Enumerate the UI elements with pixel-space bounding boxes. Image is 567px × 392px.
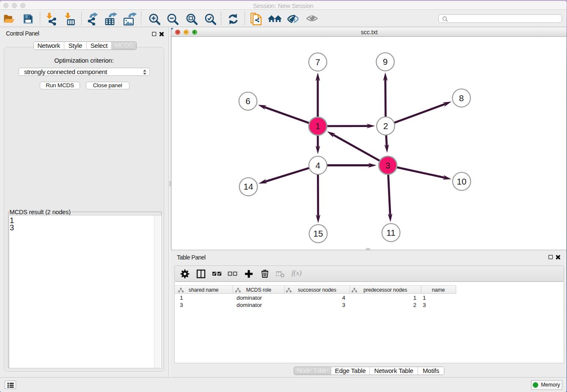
svg-text:1: 1 [315,121,320,131]
svg-text:4: 4 [316,160,320,170]
svg-text:10: 10 [457,176,467,186]
svg-text:11: 11 [386,227,395,237]
svg-text:9: 9 [383,57,388,66]
svg-text:14: 14 [244,182,253,191]
svg-text:3: 3 [385,160,390,170]
svg-text:2: 2 [383,121,388,130]
svg-text:8: 8 [459,93,464,102]
svg-text:15: 15 [314,229,323,238]
svg-text:7: 7 [315,57,320,66]
svg-text:6: 6 [245,96,250,106]
